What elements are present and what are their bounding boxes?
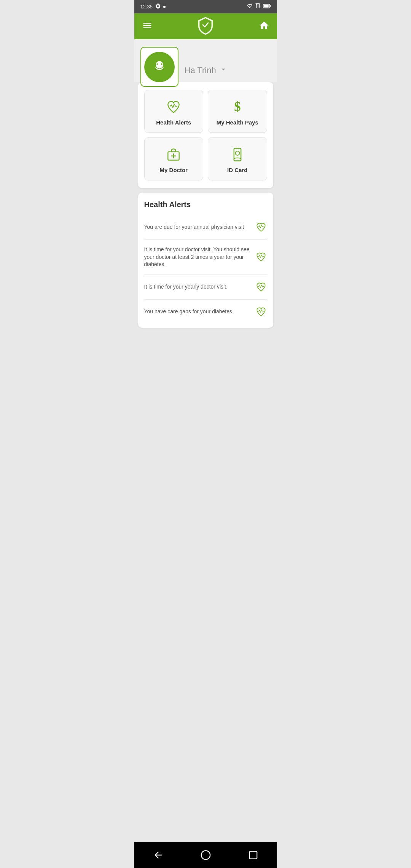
svg-point-12 <box>235 151 239 155</box>
battery-icon <box>263 3 271 10</box>
svg-point-4 <box>156 61 163 68</box>
alert-text-2: It is time for your doctor visit. You sh… <box>144 246 250 268</box>
profile-section: Ha Trinh <box>134 39 277 82</box>
health-alerts-label: Health Alerts <box>156 119 191 126</box>
medical-bag-icon <box>165 146 182 163</box>
status-right <box>247 3 271 10</box>
alert-item-4[interactable]: You have care gaps for your diabetes <box>144 300 267 324</box>
svg-rect-14 <box>249 851 257 859</box>
svg-text:$: $ <box>234 99 241 114</box>
heart-pulse-icon <box>165 99 182 115</box>
svg-line-0 <box>251 3 252 5</box>
avatar-wrapper <box>140 47 178 87</box>
gear-icon <box>155 3 161 10</box>
my-health-pays-label: My Health Pays <box>217 119 258 126</box>
svg-point-13 <box>201 850 210 859</box>
bottom-nav-bar <box>134 842 277 868</box>
signal-icon <box>255 3 261 10</box>
id-card-icon <box>229 146 246 163</box>
heart-pulse-icon-4 <box>255 306 267 318</box>
home-icon[interactable] <box>259 20 269 32</box>
svg-rect-11 <box>234 148 241 161</box>
home-button[interactable] <box>198 847 213 863</box>
heart-pulse-icon-1 <box>255 221 267 233</box>
health-alerts-tile[interactable]: Health Alerts <box>144 90 204 133</box>
alert-text-3: It is time for your yearly doctor visit. <box>144 283 250 291</box>
hamburger-icon[interactable] <box>142 20 153 32</box>
dot-indicator <box>163 6 166 8</box>
svg-rect-2 <box>264 5 269 8</box>
svg-rect-3 <box>269 5 271 7</box>
back-button[interactable] <box>150 847 166 863</box>
id-card-tile[interactable]: ID Card <box>208 137 267 180</box>
shield-logo-icon <box>196 16 215 37</box>
alert-text-4: You have care gaps for your diabetes <box>144 308 250 316</box>
time-display: 12:35 <box>140 4 153 10</box>
heart-pulse-icon-2 <box>255 251 267 263</box>
my-health-pays-tile[interactable]: $ My Health Pays <box>208 90 267 133</box>
status-left: 12:35 <box>140 3 166 10</box>
tiles-grid: Health Alerts $ My Health Pays My Doctor <box>144 90 267 180</box>
my-doctor-tile[interactable]: My Doctor <box>144 137 204 180</box>
main-card: Health Alerts $ My Health Pays My Doctor <box>138 82 273 188</box>
recents-button[interactable] <box>245 847 261 863</box>
status-bar: 12:35 <box>134 0 277 13</box>
my-doctor-label: My Doctor <box>160 167 188 173</box>
profile-name-row[interactable]: Ha Trinh <box>185 65 228 82</box>
alert-item-3[interactable]: It is time for your yearly doctor visit. <box>144 275 267 300</box>
svg-point-5 <box>156 63 158 65</box>
app-header <box>134 13 277 39</box>
wifi-icon <box>247 3 253 10</box>
health-alerts-card: Health Alerts You are due for your annua… <box>138 193 273 328</box>
heart-pulse-icon-3 <box>255 281 267 293</box>
alert-item-2[interactable]: It is time for your doctor visit. You sh… <box>144 240 267 275</box>
alert-text-1: You are due for your annual physician vi… <box>144 223 250 231</box>
alert-item-1[interactable]: You are due for your annual physician vi… <box>144 215 267 240</box>
avatar <box>144 52 175 82</box>
svg-point-6 <box>161 63 162 65</box>
alerts-card-title: Health Alerts <box>144 200 267 209</box>
id-card-label: ID Card <box>227 167 247 173</box>
chevron-down-icon[interactable] <box>219 65 228 75</box>
dollar-sign-icon: $ <box>229 99 246 115</box>
profile-name: Ha Trinh <box>185 65 216 75</box>
